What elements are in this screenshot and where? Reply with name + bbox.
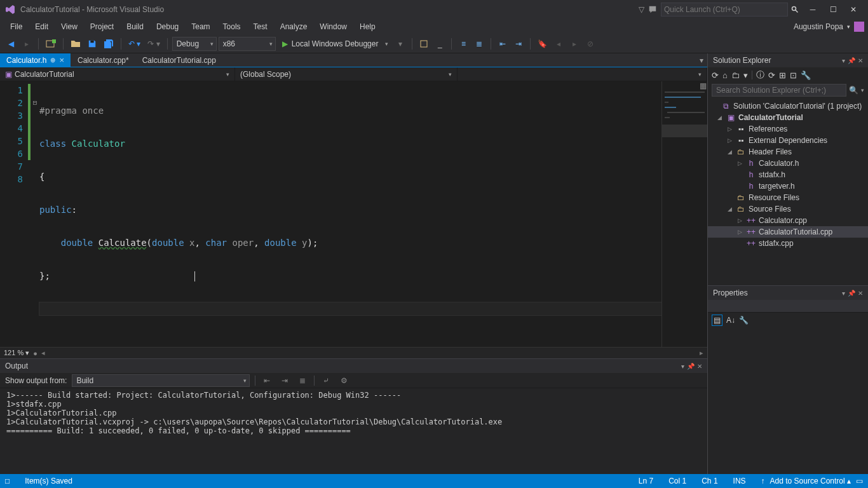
debug-target-button[interactable]: ▾ <box>393 37 407 51</box>
se-collapse-button[interactable]: ⊡ <box>790 71 797 80</box>
tab-calculatortutorial-cpp[interactable]: CalculatorTutorial.cpp <box>136 53 223 67</box>
solution-tree[interactable]: ⧉Solution 'CalculatorTutorial' (1 projec… <box>708 98 868 285</box>
se-scope-button[interactable]: ⓘ <box>756 69 764 81</box>
panel-dropdown-icon[interactable]: ▾ <box>842 57 845 64</box>
status-ins[interactable]: INS <box>733 477 746 485</box>
menu-edit[interactable]: Edit <box>29 20 55 33</box>
code-area[interactable]: #pragma once class Calculator { public: … <box>39 81 661 347</box>
se-search-input[interactable] <box>712 84 846 97</box>
user-name[interactable]: Augustin Popa <box>794 22 843 31</box>
find-msg-next-button[interactable]: ⇥ <box>278 374 291 387</box>
feedback-icon[interactable] <box>648 5 657 14</box>
panel-pin-icon[interactable]: 📌 <box>848 290 855 297</box>
se-showall-button[interactable]: ⊞ <box>779 71 786 80</box>
menu-help[interactable]: Help <box>353 20 382 33</box>
panel-close-icon[interactable]: ✕ <box>697 363 702 370</box>
menu-file[interactable]: File <box>4 20 29 33</box>
search-icon[interactable]: 🔍 <box>846 86 861 95</box>
output-settings-button[interactable]: ⚙ <box>337 374 350 387</box>
search-icon[interactable] <box>788 3 802 17</box>
step-icon[interactable]: _ <box>433 37 447 51</box>
tab-calculator-h[interactable]: Calculator.h ⊕ × <box>0 53 71 67</box>
categorize-button[interactable]: ▤ <box>712 315 722 326</box>
publish-icon[interactable]: ↑ <box>761 477 765 485</box>
se-sync-button[interactable]: 🗀 <box>731 71 740 80</box>
next-bookmark-button[interactable]: ▸ <box>567 37 581 51</box>
panel-dropdown-icon[interactable]: ▾ <box>842 290 845 297</box>
new-project-button[interactable] <box>43 37 58 51</box>
se-back-button[interactable]: ⌂ <box>722 71 728 80</box>
se-sync-button[interactable]: ▾ <box>743 71 748 80</box>
outdent-button[interactable]: ⇥ <box>512 37 526 51</box>
clear-bookmarks-button[interactable]: ⊘ <box>583 37 597 51</box>
start-debug-button[interactable]: ▶Local Windows Debugger <box>278 37 392 51</box>
maximize-button[interactable]: ☐ <box>824 3 843 17</box>
undo-button[interactable]: ↶ ▾ <box>126 37 143 51</box>
nav-member-dropdown[interactable]: ▾ <box>458 67 707 81</box>
props-wrench-icon[interactable]: 🔧 <box>739 316 749 325</box>
clear-all-button[interactable]: ≣ <box>296 374 309 387</box>
menu-team[interactable]: Team <box>185 20 216 33</box>
status-ch[interactable]: Ch 1 <box>702 477 717 485</box>
comment-button[interactable]: ≡ <box>456 37 470 51</box>
status-col[interactable]: Col 1 <box>668 477 686 485</box>
tab-overflow-button[interactable]: ▾ <box>696 53 707 67</box>
solution-explorer-title[interactable]: Solution Explorer ▾ 📌 ✕ <box>708 53 868 67</box>
menu-window[interactable]: Window <box>313 20 353 33</box>
bookmark-button[interactable]: 🔖 <box>535 37 550 51</box>
process-icon[interactable] <box>417 37 431 51</box>
minimap-scrollbar[interactable]: ▦ <box>661 81 707 347</box>
panel-close-icon[interactable]: ✕ <box>858 57 863 64</box>
menu-project[interactable]: Project <box>84 20 120 33</box>
solution-platform-dropdown[interactable]: x86 <box>219 37 276 51</box>
toggle-wrap-button[interactable]: ⤶ <box>320 374 332 387</box>
menu-build[interactable]: Build <box>120 20 150 33</box>
prev-bookmark-button[interactable]: ◂ <box>552 37 566 51</box>
close-button[interactable]: ✕ <box>844 3 863 17</box>
nav-project-dropdown[interactable]: ▣ CalculatorTutorial▾ <box>0 67 235 81</box>
menu-view[interactable]: View <box>55 20 84 33</box>
split-icon[interactable]: ▦ <box>698 81 707 90</box>
pin-icon[interactable]: ⊕ <box>50 57 55 64</box>
uncomment-button[interactable]: ≣ <box>472 37 486 51</box>
se-refresh-button[interactable]: ⟳ <box>768 71 775 80</box>
panel-close-icon[interactable]: ✕ <box>858 290 863 297</box>
save-all-button[interactable] <box>101 37 116 51</box>
open-file-button[interactable] <box>68 37 83 51</box>
minimize-button[interactable]: ─ <box>803 3 822 17</box>
se-properties-button[interactable]: 🔧 <box>801 71 811 80</box>
user-avatar[interactable] <box>854 22 864 32</box>
code-editor[interactable]: 12345678 ⊟ #pragma once class Calculator… <box>0 81 707 347</box>
no-issues-icon[interactable]: ● <box>33 349 37 357</box>
status-icon[interactable]: □ <box>5 477 10 485</box>
nav-back-button[interactable]: ◀ <box>4 37 18 51</box>
output-source-dropdown[interactable]: Build <box>72 374 250 387</box>
chevron-down-icon[interactable]: ▾ <box>847 24 850 30</box>
panel-pin-icon[interactable]: 📌 <box>687 363 695 370</box>
status-line[interactable]: Ln 7 <box>639 477 653 485</box>
nav-scope-dropdown[interactable]: (Global Scope)▾ <box>235 67 458 81</box>
panel-dropdown-icon[interactable]: ▾ <box>681 363 684 370</box>
close-icon[interactable]: × <box>59 55 64 65</box>
properties-title[interactable]: Properties ▾ 📌 ✕ <box>708 286 868 300</box>
notification-icon[interactable]: ▽ <box>639 5 644 14</box>
nav-forward-button[interactable]: ▸ <box>20 37 34 51</box>
save-button[interactable] <box>85 37 99 51</box>
source-control-button[interactable]: Add to Source Control ▴ <box>770 477 851 485</box>
zoom-dropdown[interactable]: 121 % ▾ <box>4 349 29 357</box>
alphabetical-button[interactable]: A↓ <box>726 316 735 325</box>
redo-button[interactable]: ↷ ▾ <box>145 37 162 51</box>
solution-config-dropdown[interactable]: Debug <box>172 37 217 51</box>
menu-test[interactable]: Test <box>247 20 274 33</box>
menu-tools[interactable]: Tools <box>217 20 247 33</box>
find-msg-prev-button[interactable]: ⇤ <box>261 374 273 387</box>
fold-gutter[interactable]: ⊟ <box>31 81 39 347</box>
notifications-button[interactable]: ▭ <box>856 477 863 485</box>
output-text[interactable]: 1>------ Build started: Project: Calcula… <box>0 388 707 474</box>
menu-debug[interactable]: Debug <box>150 20 185 33</box>
se-home-button[interactable]: ⟳ <box>712 71 719 80</box>
menu-analyze[interactable]: Analyze <box>274 20 314 33</box>
tab-calculator-cpp[interactable]: Calculator.cpp* <box>71 53 136 67</box>
indent-button[interactable]: ⇤ <box>496 37 510 51</box>
chevron-down-icon[interactable]: ▾ <box>861 87 864 93</box>
